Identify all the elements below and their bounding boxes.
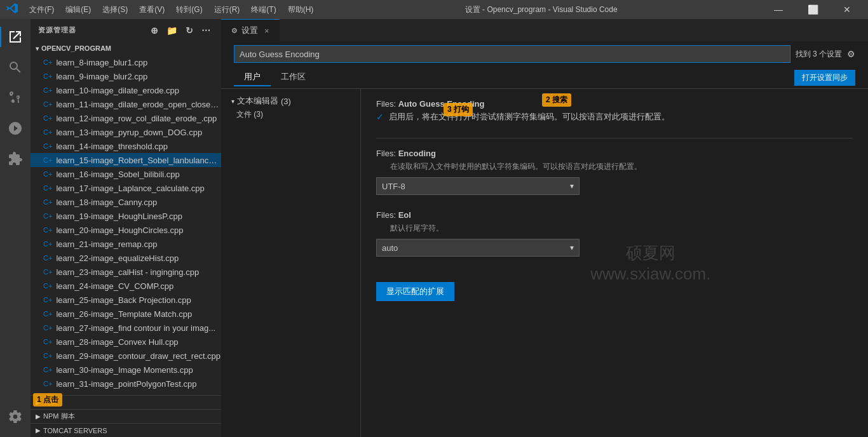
file-item[interactable]: C+ learn_19-image_HoughLinesP.cpp [31,209,221,223]
main-layout: 资源管理器 ⊕ 📁 ↻ ⋯ ▾ OPENCV_PROGRAM C+ learn_… [0,19,868,437]
settings-subgroup-file[interactable]: 文件 (3) [221,108,360,121]
file-icon: C+ [43,100,52,108]
file-item[interactable]: C+ learn_29-image_contour_draw_rect_rect… [31,349,221,363]
file-name: learn_19-image_HoughLinesP.cpp [56,212,182,221]
close-button[interactable]: ✕ [832,0,862,19]
file-name: learn_13-image_pyrup_down_DOG.cpp [56,128,202,137]
tab-settings[interactable]: ⚙ 设置 × [221,19,280,41]
file-name: learn_22-image_equalizeHist.cpp [56,253,179,263]
activity-extensions[interactable] [0,144,31,174]
file-item[interactable]: C+ learn_8-image_blur1.cpp [31,55,221,69]
file-item[interactable]: C+ learn_9-image_blur2.cpp [31,69,221,83]
file-list[interactable]: C+ learn_8-image_blur1.cpp C+ learn_9-im… [31,55,221,395]
menu-help[interactable]: 帮助(H) [283,3,319,17]
file-name: learn_27-image_find contour in your imag… [56,323,215,333]
file-icon: C+ [43,352,52,360]
file-item[interactable]: C+ learn_14-image_threshold.cpp [31,139,221,153]
file-item[interactable]: C+ learn_22-image_equalizeHist.cpp [31,251,221,265]
tab-user[interactable]: 用户 [234,69,271,86]
project-arrow: ▾ [36,45,39,52]
file-icon: C+ [43,380,52,387]
file-icon: C+ [43,310,52,318]
menu-terminal[interactable]: 终端(T) [246,3,281,17]
file-item[interactable]: C+ learn_17-image_Laplance_calculate.cpp [31,181,221,195]
file-icon: C+ [43,324,52,332]
activity-bar [0,19,31,437]
tomcat-section[interactable]: ▶ TOMCAT SERVERS [31,423,221,437]
tab-label: 设置 [241,25,258,36]
file-item[interactable]: C+ learn_30-image_Image Moments.cpp [31,363,221,377]
menu-select[interactable]: 选择(S) [97,3,133,17]
setting-title-eol: Files: Eol [376,210,853,220]
filter-icon[interactable]: ⚙ [847,49,855,59]
npm-label: NPM 脚本 [43,412,75,421]
file-name: learn_14-image_threshold.cpp [56,142,168,151]
file-item-highlighted[interactable]: C+ learn_15-image_Robert_Sobel_lanbulanc… [31,153,221,167]
menu-file[interactable]: 文件(F) [24,3,59,17]
file-item[interactable]: C+ learn_20-image_HoughCircles.cpp [31,223,221,237]
tab-close-button[interactable]: × [264,26,269,36]
menu-edit[interactable]: 编辑(E) [60,3,96,17]
file-item[interactable]: C+ learn_16-image_Sobel_bilibili.cpp [31,167,221,181]
search-input-wrap[interactable] [234,45,790,63]
file-icon: C+ [43,184,52,192]
file-name: learn_26-image_Template Match.cpp [56,309,192,319]
new-file-icon[interactable]: ⊕ [148,24,161,37]
file-name: learn_28-image_Convex Hull.cpp [56,337,178,347]
file-item[interactable]: C+ learn_12-image_row_col_dilate_erode_.… [31,111,221,125]
show-extensions-button[interactable]: 显示匹配的扩展 [376,282,454,301]
settings-group-text-editor[interactable]: ▾ 文本编辑器 (3) [221,94,360,108]
maximize-button[interactable]: ⬜ [798,0,827,19]
activity-run[interactable] [0,113,31,144]
file-item[interactable]: C+ learn_27-image_find contour in your i… [31,321,221,335]
file-item[interactable]: C+ learn_23-image_calHist - inginging.cp… [31,265,221,279]
file-item[interactable]: C+ learn_21-image_remap.cpp [31,237,221,251]
menu-go[interactable]: 转到(G) [171,3,207,17]
sidebar: 资源管理器 ⊕ 📁 ↻ ⋯ ▾ OPENCV_PROGRAM C+ learn_… [31,19,221,437]
activity-explorer[interactable] [0,22,31,52]
new-folder-icon[interactable]: 📁 [164,24,180,37]
open-sync-button[interactable]: 打开设置同步 [794,70,855,86]
tab-workspace[interactable]: 工作区 [271,69,316,86]
file-icon: C+ [43,282,52,290]
file-item[interactable]: C+ learn_13-image_pyrup_down_DOG.cpp [31,125,221,139]
activity-source-control[interactable] [0,83,31,113]
file-name: learn_30-image_Image Moments.cpp [56,365,193,375]
menu-view[interactable]: 查看(V) [134,3,170,17]
file-item[interactable]: C+ learn_18-image_Canny.cpp [31,195,221,209]
titlebar-buttons: — ⬜ ✕ [764,0,862,19]
activity-settings[interactable] [0,401,31,432]
eol-dropdown[interactable]: auto ▾ [376,239,580,257]
checkmark-icon[interactable]: ✓ [376,112,384,122]
search-input[interactable] [240,50,785,59]
file-item[interactable]: C+ learn_26-image_Template Match.cpp [31,307,221,321]
outline-section[interactable]: ▶ 大纲 [31,395,221,409]
eol-dropdown-value: auto [382,243,398,253]
minimize-button[interactable]: — [764,0,793,19]
file-item[interactable]: C+ learn_25-image_Back Projection.cpp [31,293,221,307]
file-icon: C+ [43,114,52,122]
settings-tab-group: 用户 工作区 [234,69,316,86]
npm-section[interactable]: ▶ NPM 脚本 [31,409,221,423]
activity-search[interactable] [0,52,31,83]
settings-left-panel: ▾ 文本编辑器 (3) 文件 (3) [221,89,361,437]
settings-right-panel[interactable]: 3 打钩 Files: Auto Guess Encoding ✓ 启用后，将在… [361,89,868,437]
refresh-icon[interactable]: ↻ [183,24,196,37]
file-item[interactable]: C+ learn_31-image_pointPolygonTest.cpp [31,377,221,391]
setting-desc-eol: 默认行尾字符。 [390,222,853,234]
file-item[interactable]: C+ learn_24-image_CV_COMP.cpp [31,279,221,293]
file-item[interactable]: C+ learn_11-image_dilate_erode_open_clos… [31,97,221,111]
project-name: OPENCV_PROGRAM [41,44,111,52]
file-icon: C+ [43,86,52,94]
project-title[interactable]: ▾ OPENCV_PROGRAM [31,41,221,55]
file-item[interactable]: C+ learn_28-image_Convex Hull.cpp [31,335,221,349]
tomcat-label: TOMCAT SERVERS [43,427,107,434]
file-icon: C+ [43,212,52,220]
file-item[interactable]: C+ learn_10-image_dilate_erode.cpp [31,83,221,97]
content-area: ⚙ 设置 × 找到 3 个设置 ⚙ 2 搜索 用户 工作区 [221,19,868,437]
file-name: learn_9-image_blur2.cpp [56,72,147,81]
menu-run[interactable]: 运行(R) [209,3,245,17]
encoding-dropdown[interactable]: UTF-8 ▾ [376,177,580,195]
more-options-icon[interactable]: ⋯ [199,24,214,37]
eol-dropdown-arrow-icon: ▾ [570,243,574,252]
